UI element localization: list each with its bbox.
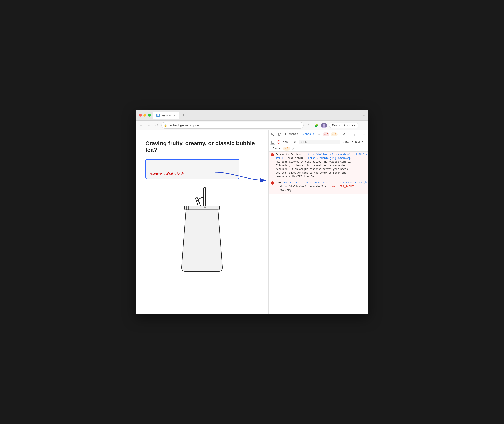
error-count-badge: ✕ 2 — [323, 132, 330, 136]
main-area: Craving fruity, creamy, or classic bubbl… — [136, 130, 368, 314]
url-text: bubble-jingle.web.app/search — [169, 124, 301, 127]
lock-icon: 🔒 — [164, 124, 167, 127]
extensions-button[interactable]: 🧩 — [313, 123, 319, 128]
filter-input[interactable] — [303, 141, 319, 143]
svg-rect-25 — [280, 134, 281, 135]
warn-count-badge: ⚠ 8 — [331, 132, 337, 136]
close-button[interactable] — [139, 114, 142, 117]
cors-origin-url[interactable]: https://bubble-jingle.web.app — [308, 157, 351, 160]
page-content: Craving fruity, creamy, or classic bubbl… — [136, 130, 268, 314]
network-link-icon[interactable] — [364, 181, 367, 184]
svg-rect-24 — [278, 133, 280, 135]
device-toolbar-button[interactable] — [277, 131, 282, 137]
svg-point-22 — [204, 206, 206, 207]
prompt-chevron-icon: › — [270, 195, 272, 198]
page-heading: Craving fruity, creamy, or classic bubbl… — [145, 140, 259, 153]
relaunch-button[interactable]: Relaunch to update — [329, 123, 358, 128]
issues-settings-icon[interactable]: ⚙ — [292, 147, 294, 150]
forward-button[interactable]: → — [146, 123, 151, 128]
get-source[interactable]: tea.service.ts:42 — [337, 181, 362, 184]
profile-avatar[interactable] — [321, 123, 327, 128]
window-controls-right: ⌄ — [363, 113, 365, 117]
expand-triangle[interactable]: ▶ — [276, 182, 277, 184]
settings-button[interactable]: ⚙ — [342, 131, 347, 137]
console-entry-cors: ✕ Access to fetch at ' https://hello-io-… — [268, 151, 368, 180]
close-devtools-button[interactable]: ✕ — [361, 131, 367, 137]
filter-icon: ⊘ — [300, 141, 302, 143]
context-label: top — [283, 141, 288, 143]
address-bar-input[interactable]: 🔒 bubble-jingle.web.app/search — [161, 122, 304, 129]
address-bar: ← → ↺ 🔒 bubble-jingle.web.app/search ☆ 🧩… — [136, 120, 368, 130]
issues-label: 1 Issue: — [270, 147, 282, 150]
new-tab-button[interactable]: + — [181, 112, 187, 118]
menu-button[interactable]: ⋮ — [360, 123, 366, 128]
console-output-area: ✕ Access to fetch at ' https://hello-io-… — [268, 151, 368, 314]
tab-close-button[interactable]: × — [173, 113, 176, 117]
title-bar: N NgBoba × + ⌄ — [136, 110, 368, 120]
levels-dropdown-icon: ▾ — [364, 141, 366, 143]
tab-title: NgBoba — [161, 113, 171, 117]
error-message: TypeError: Failed to fetch — [149, 172, 236, 175]
profile-button[interactable] — [321, 123, 327, 128]
filter-input-wrap: ⊘ — [299, 140, 340, 144]
preserve-log-button[interactable]: 👁 — [292, 140, 297, 145]
maximize-button[interactable] — [148, 114, 151, 117]
svg-point-1 — [323, 124, 325, 126]
more-options-button[interactable]: ⋮ — [351, 131, 357, 137]
console-prompt[interactable]: › — [268, 194, 368, 199]
back-button[interactable]: ← — [138, 123, 144, 128]
issues-count: 8 — [287, 147, 288, 150]
cors-error-message: Access to fetch at ' https://hello-io-24… — [276, 153, 354, 179]
browser-window: N NgBoba × + ⌄ ← → ↺ 🔒 bubble-jingle.web… — [136, 110, 368, 314]
context-dropdown-icon: ▾ — [289, 141, 290, 143]
devtools-panel: Elements Console » ✕ 2 ⚠ 8 ⚙ ⋮ ✕ — [268, 130, 368, 314]
devtools-main-toolbar: Elements Console » ✕ 2 ⚠ 8 ⚙ ⋮ ✕ — [268, 130, 368, 138]
log-levels-button[interactable]: Default levels ▾ — [342, 140, 367, 144]
minimize-button[interactable] — [143, 114, 146, 117]
levels-label: Default levels — [343, 141, 363, 143]
devtools-secondary-toolbar: 🚫 top ▾ 👁 ⊘ Default levels ▾ — [268, 138, 368, 146]
toggle-sidebar-button[interactable] — [270, 140, 275, 145]
search-box-wrapper: TypeError: Failed to fetch — [145, 159, 239, 179]
error-count: 2 — [326, 133, 328, 136]
console-entry-get: ✕ ▶ GET https://hello-io-24.deno.dev/?lv… — [268, 180, 368, 194]
issues-count-badge[interactable]: ⚠ 8 — [283, 147, 290, 150]
boba-cup-area — [145, 186, 259, 275]
traffic-lights — [139, 114, 151, 117]
reload-button[interactable]: ↺ — [154, 123, 159, 128]
search-input[interactable] — [149, 163, 236, 169]
svg-rect-26 — [271, 141, 274, 143]
bookmark-button[interactable]: ☆ — [306, 123, 311, 128]
svg-rect-6 — [185, 206, 219, 210]
get-error-message: ▶ GET https://hello-io-24.deno.dev/?lvl=… — [276, 181, 367, 193]
context-selector[interactable]: top ▾ — [282, 140, 291, 144]
inspect-element-button[interactable] — [270, 131, 276, 137]
warn-count: 8 — [335, 133, 336, 136]
chevron-down-icon[interactable]: ⌄ — [363, 113, 365, 117]
tab-favicon: N — [156, 113, 160, 117]
active-tab[interactable]: N NgBoba × — [153, 112, 179, 119]
tab-elements[interactable]: Elements — [283, 130, 300, 138]
tab-area: N NgBoba × + — [153, 112, 360, 119]
svg-rect-23 — [272, 133, 273, 134]
get-url[interactable]: https://hello-io-24.deno.dev/?lvl=1 — [284, 181, 336, 184]
clear-console-button[interactable]: 🚫 — [276, 140, 281, 144]
boba-cup-illustration — [173, 186, 230, 275]
cors-error-source[interactable]: search:1 — [356, 153, 367, 155]
error-icon-2: ✕ — [271, 181, 274, 185]
more-tabs-button[interactable]: » — [317, 132, 321, 137]
tab-console[interactable]: Console — [301, 130, 316, 138]
error-icon: ✕ — [271, 153, 274, 156]
issues-bar: 1 Issue: ⚠ 8 ⚙ — [268, 146, 368, 151]
